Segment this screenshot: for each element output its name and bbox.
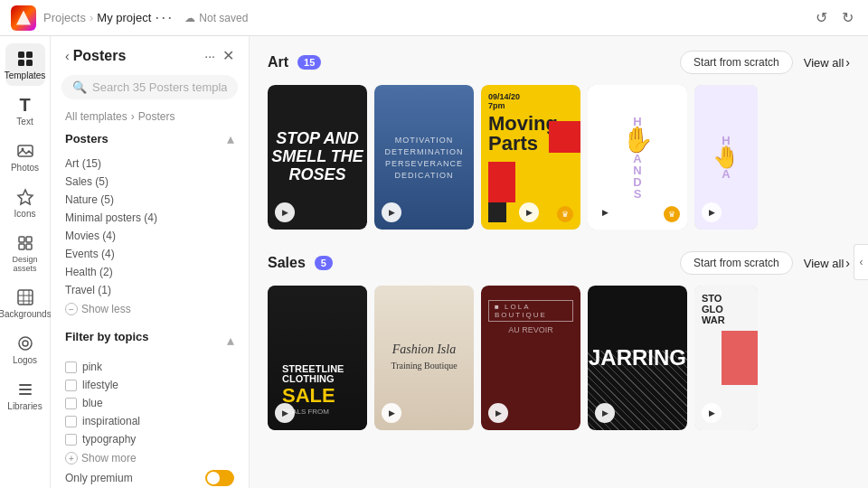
svg-rect-20 [19,393,32,395]
template-card-hands[interactable]: H ✋ A N D S ▶ ♛ [588,85,687,230]
filter-section: Filter by topics ▴ pink lifestyle blue i… [65,330,234,465]
show-less-button[interactable]: − Show less [65,303,234,315]
svg-rect-3 [26,60,33,66]
collapse-panel-button[interactable]: ‹ [854,244,868,280]
filter-checkbox-blue[interactable] [65,398,77,409]
search-input[interactable] [92,80,227,94]
category-item-health[interactable]: Health (2) [65,263,234,281]
filter-item-typography[interactable]: typography [65,430,234,448]
filter-checkbox-typography[interactable] [65,434,77,446]
app-logo[interactable] [11,5,36,31]
art-section-header: Art 15 Start from scratch View all › [268,51,850,74]
filter-item-pink[interactable]: pink [65,358,234,376]
categories-section: Posters ▴ Art (15) Sales (5) Nature (5) … [65,130,234,315]
sidebar-item-photos[interactable]: Photos [5,136,45,178]
svg-rect-19 [19,389,32,390]
template-card-lola[interactable]: ■ LOLA BOUTIQUE AU REVOIR ▶ [481,286,580,430]
art-section-count: 15 [297,55,321,70]
sidebar-label-templates: Templates [5,70,46,80]
project-more-button[interactable]: ··· [155,8,174,27]
sidebar-item-text[interactable]: T Text [5,89,45,132]
panel-more-button[interactable]: ··· [204,49,215,63]
svg-rect-9 [19,244,24,249]
sales-templates-row: STREETLINECLOTHING SALE DEALS FROM ▶ Fas… [268,286,850,430]
play-icon: ▶ [595,403,615,423]
sales-view-all-button[interactable]: View all › [804,256,850,270]
category-item-sales[interactable]: Sales (5) [65,173,234,191]
panel-back-button[interactable]: ‹ Posters [65,48,126,64]
sidebar-label-photos: Photos [11,163,39,173]
sidebar-item-backgrounds[interactable]: Backgrounds [5,282,45,324]
filter-item-inspirational[interactable]: inspirational [65,412,234,430]
templates-panel: ‹ Posters ··· ✕ 🔍 All templates › Poster… [51,36,250,488]
filter-checkbox-inspirational[interactable] [65,416,77,427]
category-item-travel[interactable]: Travel (1) [65,281,234,299]
panel-close-button[interactable]: ✕ [222,47,234,64]
categories-collapse-button[interactable]: ▴ [227,130,234,147]
undo-button[interactable]: ↺ [812,5,831,30]
topbar: Projects › My project ··· ☁ Not saved ↺ … [0,0,868,36]
template-card-sto[interactable]: Stoglowar ▶ [694,286,758,430]
play-icon: ▶ [382,202,401,222]
category-item-art[interactable]: Art (15) [65,155,234,173]
template-card-fashion[interactable]: Fashion IslaTraining Boutique ▶ [374,286,474,430]
category-item-events[interactable]: Events (4) [65,245,234,263]
category-item-nature[interactable]: Nature (5) [65,191,234,209]
template-card-motivation[interactable]: MOTIVATION DETERMINATION PERSEVERANCE DE… [374,85,474,230]
show-more-button[interactable]: + Show more [65,452,234,465]
toggle-premium-label: Only premium [65,472,133,484]
redo-button[interactable]: ↻ [838,5,857,30]
cloud-icon: ☁ [184,12,195,24]
templates-icon [15,49,35,69]
art-section-title: Art [268,54,288,70]
play-icon: ▶ [382,403,401,423]
breadcrumb-all[interactable]: All templates [65,110,127,123]
sales-section-actions: Start from scratch View all › [680,251,850,275]
sidebar-label-backgrounds: Backgrounds [0,309,52,319]
toggle-premium[interactable] [205,470,234,486]
design-assets-icon [15,233,35,253]
art-section: Art 15 Start from scratch View all › STO… [268,51,850,230]
template-card-streetline[interactable]: STREETLINECLOTHING SALE DEALS FROM ▶ [268,286,367,430]
sidebar-label-design: Design assets [9,255,42,273]
panel-breadcrumb: All templates › Posters [51,107,249,130]
art-view-all-button[interactable]: View all › [804,55,850,70]
toggle-premium-row: Only premium [65,465,234,488]
template-card-jarring[interactable]: JARRING ▶ [588,286,687,430]
view-all-chevron-icon: › [845,256,850,270]
svg-rect-8 [26,237,32,242]
project-name[interactable]: My project [97,11,151,24]
category-item-movies[interactable]: Movies (4) [65,227,234,245]
template-card-moving[interactable]: 09/14/207pm MovingParts ▶ ♛ [481,85,580,230]
category-item-minimal[interactable]: Minimal posters (4) [65,209,234,227]
filter-item-lifestyle[interactable]: lifestyle [65,376,234,394]
sales-start-scratch-button[interactable]: Start from scratch [680,251,793,275]
breadcrumb-current: Posters [138,110,175,123]
sales-section-header: Sales 5 Start from scratch View all › [268,251,850,275]
art-start-scratch-button[interactable]: Start from scratch [680,51,793,74]
svg-rect-4 [18,145,33,156]
sidebar-item-icons[interactable]: Icons [5,182,45,224]
sidebar-item-logos[interactable]: Logos [5,328,45,371]
toggle-premium-knob [207,472,220,484]
projects-link[interactable]: Projects [43,11,86,24]
svg-marker-6 [18,190,33,204]
filter-title: Filter by topics [65,330,148,343]
sidebar-item-libraries[interactable]: Libraries [5,374,45,417]
sidebar-item-design-assets[interactable]: Design assets [5,228,45,278]
sidebar-item-templates[interactable]: Templates [5,43,45,86]
filter-checkbox-pink[interactable] [65,361,77,373]
svg-rect-10 [26,244,32,249]
template-card-roses[interactable]: STOP ANDSMELL THEROSES ▶ [268,85,367,230]
search-box: 🔍 [61,75,238,99]
backgrounds-icon [15,287,35,307]
sidebar-label-text: Text [16,117,33,127]
back-chevron-icon: ‹ [65,49,70,63]
template-card-hands2[interactable]: H 🤚 A ▶ [694,85,758,230]
toggles-section: Only premium Only animated [65,465,234,488]
filter-checkbox-lifestyle[interactable] [65,380,77,391]
sales-section: Sales 5 Start from scratch View all › [268,251,850,430]
filter-collapse-button[interactable]: ▴ [227,332,234,349]
filter-item-blue[interactable]: blue [65,394,234,412]
svg-rect-0 [18,52,24,58]
